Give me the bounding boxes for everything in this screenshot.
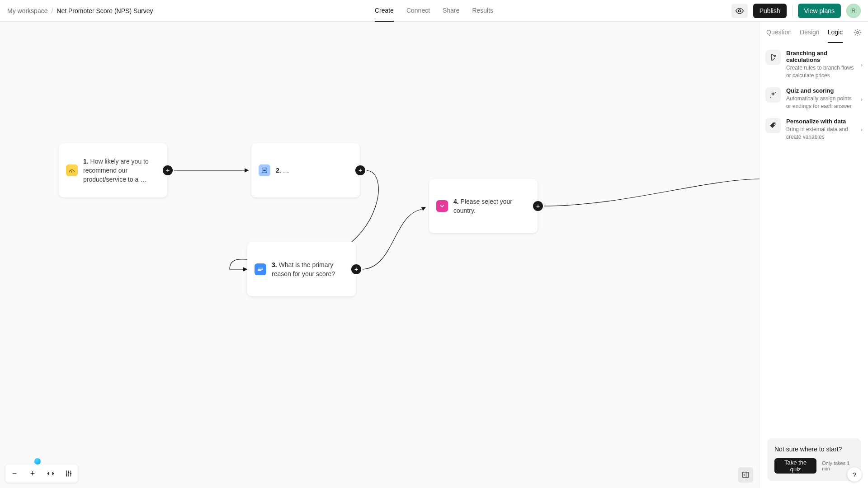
logic-item-desc: Automatically assign points or endings f… [786,95,856,111]
svg-point-0 [738,9,741,12]
logic-item-title: Quiz and scoring [786,87,856,94]
tab-connect[interactable]: Connect [406,0,430,22]
svg-point-6 [70,473,71,474]
nps-icon [66,164,78,176]
add-branch-node-3[interactable]: + [351,264,361,274]
logic-item-quiz-scoring[interactable]: Quiz and scoring Automatically assign po… [765,86,863,112]
preview-button[interactable] [731,4,748,18]
sidebar-tab-question[interactable]: Question [766,22,792,43]
eye-icon [735,6,744,15]
breadcrumb-separator: / [51,7,53,14]
right-sidebar: Question Design Logic Branching and calc… [760,22,868,488]
sparkle-icon [765,87,781,103]
gear-icon [854,28,862,37]
svg-rect-7 [742,472,749,478]
publish-button[interactable]: Publish [753,4,787,18]
tab-create[interactable]: Create [375,0,394,22]
sliders-icon [65,469,73,478]
flow-edges [0,22,760,488]
panel-collapse-icon [741,471,750,479]
sidebar-tab-design[interactable]: Design [800,22,820,43]
logic-item-title: Branching and calculations [786,50,856,63]
svg-point-9 [775,92,776,93]
logic-item-desc: Create rules to branch flows or calculat… [786,64,856,80]
flow-node-2[interactable]: 2. … + [251,143,360,197]
logic-item-desc: Bring in external data and create variab… [786,126,856,141]
canvas-toolbar: − + [5,465,78,483]
chevron-right-icon: › [861,126,863,133]
take-quiz-button[interactable]: Take the quiz [774,458,816,474]
flow-node-3[interactable]: 3. What is the primary reason for your s… [247,242,356,296]
help-button[interactable]: ? [847,467,862,482]
dropdown-icon [436,200,448,212]
breadcrumb: My workspace / Net Promoter Score (NPS) … [7,7,153,14]
svg-point-5 [68,472,70,473]
branch-icon [765,50,781,65]
tab-results[interactable]: Results [472,0,493,22]
flow-node-4-label: 4. Please select your country. [453,197,526,216]
tour-dot[interactable] [34,458,41,465]
view-plans-button[interactable]: View plans [798,4,841,18]
flow-node-1-label: 1. How likely are you to recommend our p… [83,157,156,184]
long-text-icon [255,263,266,275]
flow-node-4[interactable]: 4. Please select your country. + [429,179,538,233]
flow-node-2-label: 2. … [276,166,289,175]
breadcrumb-workspace[interactable]: My workspace [7,7,47,14]
tag-icon [765,118,781,133]
logic-item-branching[interactable]: Branching and calculations Create rules … [765,49,863,81]
fit-width-icon [47,469,55,478]
svg-point-8 [857,31,859,33]
svg-rect-3 [263,170,265,171]
quiz-card: Not sure where to start? Take the quiz O… [767,438,861,481]
chevron-right-icon: › [861,61,863,68]
flow-node-3-label: 3. What is the primary reason for your s… [272,260,344,279]
logic-item-title: Personalize with data [786,118,856,125]
svg-point-11 [774,123,775,124]
logic-item-personalize[interactable]: Personalize with data Bring in external … [765,117,863,142]
add-branch-node-1[interactable]: + [163,165,173,175]
chevron-right-icon: › [861,95,863,102]
breadcrumb-form-title[interactable]: Net Promoter Score (NPS) Survey [57,7,153,14]
avatar[interactable]: R [846,4,861,18]
layout-settings-button[interactable] [60,465,78,483]
tab-share[interactable]: Share [443,0,459,22]
add-branch-node-2[interactable]: + [355,165,365,175]
zoom-out-button[interactable]: − [5,465,24,483]
header-divider [792,5,793,16]
add-branch-node-4[interactable]: + [533,201,543,211]
zoom-in-button[interactable]: + [24,465,42,483]
collapse-sidebar-button[interactable] [738,467,753,483]
svg-point-10 [770,97,771,98]
svg-point-4 [66,474,67,476]
logic-canvas[interactable]: 1. How likely are you to recommend our p… [0,22,760,488]
sidebar-settings-button[interactable] [854,28,862,37]
quiz-card-heading: Not sure where to start? [774,446,854,453]
flow-node-1[interactable]: 1. How likely are you to recommend our p… [59,143,167,197]
sidebar-tab-logic[interactable]: Logic [828,22,843,43]
opinion-scale-icon [259,164,270,176]
fit-view-button[interactable] [42,465,60,483]
